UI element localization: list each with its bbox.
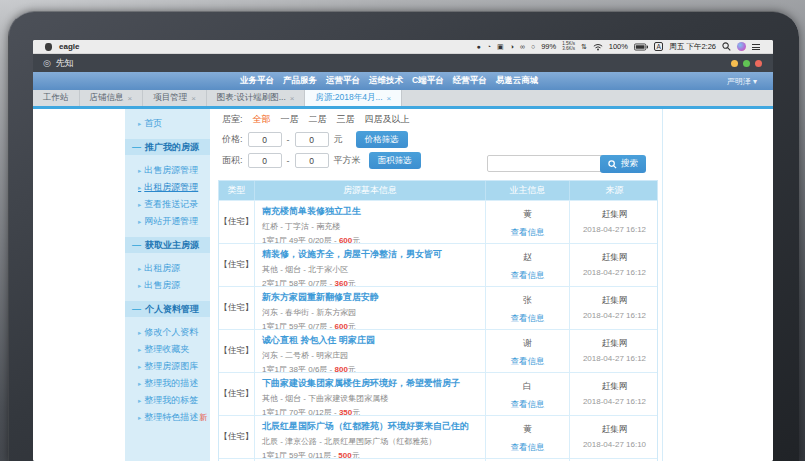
circles-icon[interactable]: ◔	[487, 40, 491, 54]
listing-type: 【住宅】	[219, 330, 255, 372]
tab[interactable]: 店铺信息 ×	[80, 90, 144, 106]
sidebar-item[interactable]: — 推广我的房源	[125, 139, 210, 155]
listing-spec: 2室1厅 58平 0/7层 - 360元	[262, 278, 479, 286]
arrow-right-icon: ▸	[138, 201, 141, 209]
menubar-app-name[interactable]: eagle	[59, 42, 79, 51]
tab[interactable]: 图表:设计端刷图... ×	[207, 90, 306, 106]
sidebar-item[interactable]: ▸ 出售房源	[125, 277, 210, 294]
sidebar-item[interactable]: ▸ 整理收藏夹	[125, 341, 210, 358]
nav-item[interactable]: 业务平台	[240, 75, 274, 87]
minimize-button[interactable]	[731, 60, 738, 67]
wifi-icon[interactable]	[593, 43, 603, 51]
sidebar-item[interactable]: ▸ 修改个人资料	[125, 324, 210, 341]
updown-arrows-icon[interactable]: ⇅	[581, 40, 587, 54]
listing-title-link[interactable]: 南充楼简单装修独立卫生	[262, 205, 479, 218]
listing-title-link[interactable]: 新东方家园重新翻修宜居安静	[262, 291, 479, 304]
view-info-link[interactable]: 查看信息	[511, 227, 545, 239]
sidebar-item[interactable]: ▸ 出租房源管理	[125, 179, 210, 196]
sidebar-item[interactable]: ▸ 整理特色描述 新	[125, 409, 210, 426]
moon-icon[interactable]: ◑	[510, 40, 514, 54]
listing-title-link[interactable]: 下曲家建设集团家属楼住房环境好，希望爱惜房子	[262, 377, 479, 390]
drop-icon[interactable]: ●	[477, 40, 481, 54]
price-filter-button[interactable]: 价格筛选	[356, 131, 408, 148]
area-filter: 面积: - 平方米 面积筛选	[222, 152, 421, 169]
listing-title-link[interactable]: 北辰红星国际广场（红都雅苑）环境好要来自己住的	[262, 420, 479, 433]
window-icon[interactable]: ▣	[497, 40, 504, 54]
search-input[interactable]	[487, 155, 605, 172]
window-title: 先知	[56, 57, 74, 70]
zoom-button[interactable]	[743, 60, 750, 67]
macos-menubar: eagle ● ◔ ▣ ◑ ∞ ○ 99% 1.5K/s	[33, 40, 773, 54]
circle-icon[interactable]: ○	[531, 40, 535, 54]
view-info-link[interactable]: 查看信息	[511, 270, 545, 282]
tab-label: 房源:2018年4月...	[315, 92, 382, 104]
close-icon[interactable]: ×	[387, 94, 392, 103]
apple-icon[interactable]	[45, 43, 52, 51]
view-info-link[interactable]: 查看信息	[511, 399, 545, 411]
col-header-source[interactable]: 来源	[570, 181, 659, 200]
source-site: 赶集网	[602, 295, 628, 307]
view-info-link[interactable]: 查看信息	[511, 313, 545, 325]
close-icon[interactable]: ×	[128, 94, 133, 103]
source-date: 2018-04-27 16:12	[583, 268, 646, 277]
room-option[interactable]: 四居及以上	[365, 113, 410, 126]
listing-type: 【住宅】	[219, 201, 255, 243]
arrow-right-icon: ▸	[138, 167, 141, 175]
window-titlebar: ◎ 先知	[33, 54, 773, 72]
search-icon[interactable]	[722, 42, 731, 51]
sidebar-item[interactable]: ▸ 整理房源图库	[125, 358, 210, 375]
view-info-link[interactable]: 查看信息	[511, 356, 545, 368]
tab-label: 项目管理	[153, 92, 187, 104]
sidebar-item-label: 出租房源	[144, 262, 180, 275]
price-max-input[interactable]	[295, 132, 329, 147]
siri-icon[interactable]	[737, 42, 746, 51]
nav-item[interactable]: C端平台	[412, 75, 444, 87]
sidebar-item[interactable]: ▸ 首页	[125, 115, 210, 132]
room-option[interactable]: 一居	[281, 113, 299, 126]
tab[interactable]: 房源:2018年4月... ×	[305, 90, 402, 106]
close-icon[interactable]: ×	[191, 94, 196, 103]
area-min-input[interactable]	[248, 153, 282, 168]
sidebar-item[interactable]: ▸ 整理我的描述	[125, 375, 210, 392]
tab[interactable]: 项目管理 ×	[143, 90, 207, 106]
sidebar-item[interactable]: ▸ 整理我的标签	[125, 392, 210, 409]
listing-title-link[interactable]: 精装修，设施齐全，房屋干净整洁，男女皆可	[262, 248, 479, 261]
nav-item[interactable]: 经营平台	[453, 75, 487, 87]
table-row: 【住宅】 新东方家园重新翻修宜居安静 河东 - 春华街 - 新东方家园 1室1厅…	[219, 286, 657, 329]
area-filter-button[interactable]: 面积筛选	[369, 152, 421, 169]
sidebar-item[interactable]: ▸ 网站开通管理	[125, 213, 210, 230]
user-menu[interactable]: 严明泽 ▾	[727, 72, 757, 90]
nav-item[interactable]: 运营平台	[326, 75, 360, 87]
tab[interactable]: 工作站	[33, 90, 80, 106]
nav-item[interactable]: 产品服务	[283, 75, 317, 87]
price-filter: 价格: - 元 价格筛选	[222, 131, 408, 148]
sidebar-item[interactable]: — 个人资料管理	[125, 301, 210, 317]
sidebar-item-label: 整理我的标签	[144, 394, 198, 407]
menubar-clock[interactable]: 周五 下午2:26	[669, 42, 716, 52]
glasses-icon[interactable]: ∞	[520, 40, 525, 54]
arrow-right-icon: ▸	[138, 414, 141, 422]
sidebar-item-label: 网站开通管理	[144, 215, 198, 228]
listing-title-link[interactable]: 诚心直租 拎包入住 明家庄园	[262, 334, 479, 347]
net-down-speed: 3.6K/s	[562, 47, 575, 52]
price-min-input[interactable]	[248, 132, 282, 147]
source-date: 2018-04-27 16:10	[583, 440, 646, 449]
view-info-link[interactable]: 查看信息	[511, 442, 545, 454]
nav-item[interactable]: 运维技术	[369, 75, 403, 87]
input-source-icon[interactable]: A	[654, 42, 663, 51]
room-option[interactable]: 三居	[337, 113, 355, 126]
close-button[interactable]	[755, 60, 762, 67]
sidebar-item[interactable]: ▸ 查看推送记录	[125, 196, 210, 213]
sidebar-item[interactable]: — 获取业主房源	[125, 237, 210, 253]
close-icon[interactable]: ×	[290, 94, 295, 103]
notification-center-icon[interactable]	[752, 44, 760, 50]
room-option[interactable]: 二居	[309, 113, 327, 126]
nav-item[interactable]: 易遨云商城	[496, 75, 539, 87]
battery-percent: 99%	[541, 42, 556, 51]
sidebar-item[interactable]: ▸ 出租房源	[125, 260, 210, 277]
sidebar-item[interactable]: ▸ 出售房源管理	[125, 162, 210, 179]
room-option[interactable]: 全部	[253, 113, 271, 126]
area-max-input[interactable]	[295, 153, 329, 168]
col-header-owner[interactable]: 业主信息	[486, 181, 570, 200]
search-button[interactable]: 搜索	[600, 155, 646, 173]
